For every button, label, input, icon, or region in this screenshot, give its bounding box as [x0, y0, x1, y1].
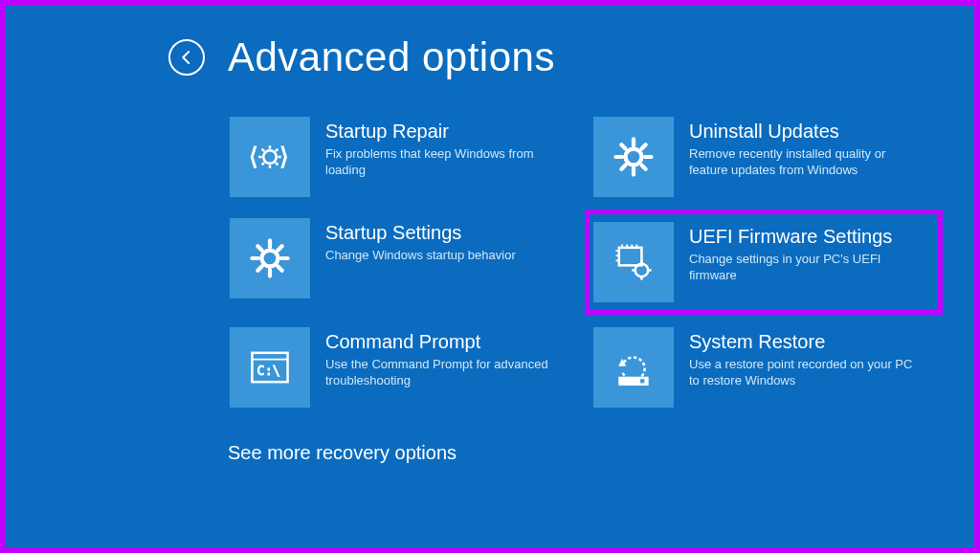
svg-point-1: [263, 150, 277, 164]
tile-desc: Use the Command Prompt for advanced trou…: [325, 357, 555, 389]
tile-desc: Fix problems that keep Windows from load…: [325, 146, 555, 179]
gear-icon: [593, 117, 674, 197]
see-more-recovery-options-link[interactable]: See more recovery options: [228, 442, 936, 464]
page-header: Advanced options: [168, 34, 936, 80]
gear-icon: [230, 218, 310, 299]
svg-point-11: [626, 149, 642, 166]
tile-desc: Remove recently installed quality or fea…: [689, 146, 919, 179]
back-arrow-icon: [178, 49, 195, 66]
tile-title: Startup Repair: [325, 121, 555, 143]
back-button[interactable]: [168, 39, 205, 76]
tile-title: Uninstall Updates: [689, 121, 919, 143]
svg-line-26: [278, 266, 281, 270]
tile-startup-settings[interactable]: Startup Settings Change Windows startup …: [228, 216, 572, 308]
svg-text:⟨: ⟨: [249, 143, 258, 169]
system-restore-icon: [593, 327, 674, 408]
firmware-chip-icon: [593, 222, 674, 302]
tile-title: UEFI Firmware Settings: [689, 226, 919, 248]
tile-uefi-firmware-settings[interactable]: UEFI Firmware Settings Change settings i…: [591, 216, 936, 308]
svg-line-7: [276, 163, 278, 166]
tile-desc: Use a restore point recorded on your PC …: [689, 357, 919, 389]
tile-startup-repair[interactable]: ⟨ ⟩ Startup Repair Fix problems that kee…: [228, 115, 572, 199]
tile-desc: Change Windows startup behavior: [325, 248, 516, 264]
tile-desc: Change settings in your PC's UEFI firmwa…: [689, 252, 919, 284]
tile-uninstall-updates[interactable]: Uninstall Updates Remove recently instal…: [591, 115, 936, 199]
svg-rect-29: [619, 248, 642, 266]
svg-line-28: [257, 266, 261, 270]
page-title: Advanced options: [228, 34, 555, 80]
tile-system-restore[interactable]: System Restore Use a restore point recor…: [591, 325, 936, 409]
tile-command-prompt[interactable]: C:\ Command Prompt Use the Command Promp…: [228, 325, 572, 409]
options-grid: ⟨ ⟩ Startup Repair Fix problems that kee…: [228, 115, 936, 409]
svg-line-27: [278, 246, 281, 250]
command-prompt-icon: C:\: [230, 327, 310, 408]
svg-line-9: [262, 163, 265, 166]
svg-text:⟩: ⟩: [279, 143, 289, 169]
svg-line-16: [621, 144, 625, 148]
svg-line-8: [276, 149, 278, 152]
svg-line-19: [621, 165, 625, 168]
tile-title: Startup Settings: [325, 222, 516, 244]
startup-repair-icon: ⟨ ⟩: [230, 117, 310, 197]
tile-title: Command Prompt: [325, 331, 555, 353]
svg-line-18: [641, 144, 645, 148]
svg-rect-47: [640, 379, 645, 384]
svg-line-25: [257, 246, 261, 250]
svg-text:C:\: C:\: [257, 363, 280, 378]
svg-point-20: [262, 251, 278, 267]
tile-title: System Restore: [689, 331, 919, 353]
svg-line-6: [262, 149, 265, 152]
svg-line-17: [641, 165, 645, 168]
